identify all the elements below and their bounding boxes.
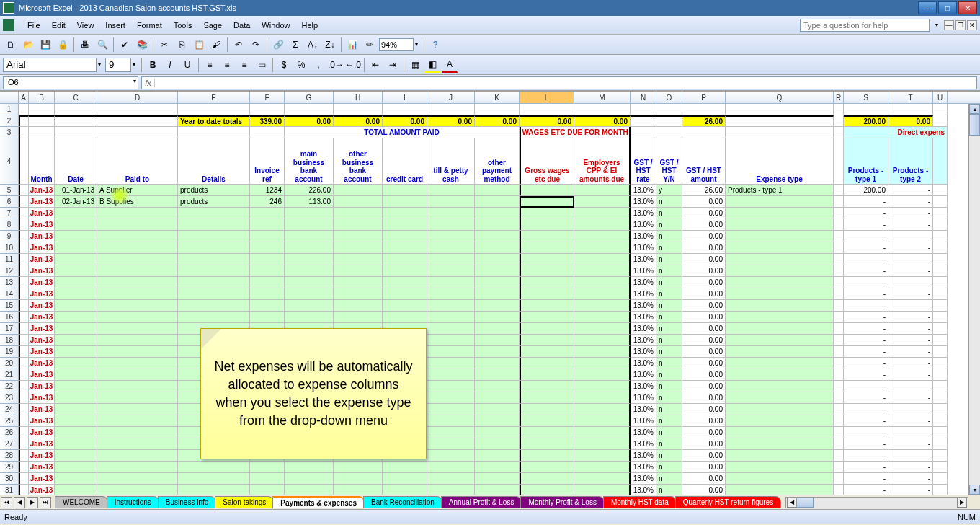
cell-gstamt[interactable]: 0.00 <box>682 381 726 392</box>
cell-gstamt[interactable]: 0.00 <box>682 242 726 254</box>
cell[interactable] <box>834 438 844 450</box>
cell[interactable] <box>19 312 29 323</box>
cell-gstyn[interactable]: n <box>656 196 682 208</box>
cell-gstrate[interactable]: 13.0% <box>631 335 656 346</box>
cell-month[interactable]: Jan-13 <box>29 185 55 196</box>
cell[interactable] <box>19 104 29 115</box>
sort-asc-icon[interactable]: A↓ <box>305 37 321 53</box>
cell-exptype[interactable] <box>726 219 834 231</box>
cell-cppei[interactable] <box>574 392 631 404</box>
cell-mainbank[interactable] <box>285 242 334 254</box>
cell-till[interactable] <box>427 369 475 381</box>
cell-paidto[interactable] <box>97 462 178 473</box>
ytd-g[interactable]: 0.00 <box>285 115 334 127</box>
cell-till[interactable] <box>427 265 475 277</box>
cell-date[interactable] <box>55 450 97 462</box>
cell-exptype[interactable] <box>726 438 834 450</box>
cell[interactable] <box>574 104 631 115</box>
cell-exptype[interactable] <box>726 358 834 369</box>
cell-date[interactable]: 01-Jan-13 <box>55 185 97 196</box>
cell-cppei[interactable] <box>574 473 631 485</box>
merge-icon[interactable]: ▭ <box>254 57 270 73</box>
cell-cppei[interactable] <box>574 254 631 265</box>
cell-otherbank[interactable] <box>334 462 383 473</box>
cell[interactable] <box>834 277 844 288</box>
row-header[interactable]: 18 <box>0 335 19 346</box>
col-header-H[interactable]: H <box>334 92 383 103</box>
hdr-J[interactable]: till & petty cash <box>427 138 475 185</box>
comma-icon[interactable]: , <box>311 57 326 73</box>
row-header[interactable]: 1 <box>0 104 19 115</box>
cell-invref[interactable] <box>250 300 285 312</box>
cell-exptype[interactable] <box>726 312 834 323</box>
cell-till[interactable] <box>427 219 475 231</box>
cell-exptype[interactable] <box>726 208 834 219</box>
cell[interactable] <box>631 115 656 127</box>
cell-prod2[interactable]: - <box>888 231 933 242</box>
cell-exptype[interactable] <box>726 335 834 346</box>
cell-till[interactable] <box>427 473 475 485</box>
row-header[interactable]: 5 <box>0 185 19 196</box>
menu-insert[interactable]: Insert <box>99 19 131 32</box>
cell-till[interactable] <box>427 242 475 254</box>
cell[interactable] <box>19 138 29 185</box>
row-header[interactable]: 29 <box>0 462 19 473</box>
cell-month[interactable]: Jan-13 <box>29 288 55 300</box>
cell-month[interactable]: Jan-13 <box>29 242 55 254</box>
cell[interactable] <box>834 104 844 115</box>
cell-details[interactable] <box>178 219 250 231</box>
tab-nav-last-icon[interactable]: ⏭ <box>40 497 51 508</box>
cell[interactable] <box>834 185 844 196</box>
cell-till[interactable] <box>427 450 475 462</box>
cell-gstrate[interactable]: 13.0% <box>631 265 656 277</box>
cell-otherbank[interactable] <box>334 185 383 196</box>
zoom-dropdown-icon[interactable]: ▾ <box>415 41 421 48</box>
cell-gstrate[interactable]: 13.0% <box>631 450 656 462</box>
cell-otherbank[interactable] <box>334 196 383 208</box>
cell[interactable] <box>834 219 844 231</box>
cell-gstamt[interactable]: 0.00 <box>682 427 726 438</box>
cell-prod1[interactable]: - <box>844 438 888 450</box>
cell-otherbank[interactable] <box>334 231 383 242</box>
cell-grosswages[interactable] <box>520 208 574 219</box>
cell-grosswages[interactable] <box>520 462 574 473</box>
cell-paidto[interactable] <box>97 265 178 277</box>
cell-prod1[interactable]: - <box>844 277 888 288</box>
cell-cppei[interactable] <box>574 300 631 312</box>
cell-credit[interactable] <box>383 277 427 288</box>
hdr-L[interactable]: Gross wages etc due <box>520 138 574 185</box>
cell-month[interactable]: Jan-13 <box>29 335 55 346</box>
row-header[interactable]: 13 <box>0 277 19 288</box>
cell-gstyn[interactable]: n <box>656 300 682 312</box>
cell[interactable] <box>933 473 948 485</box>
hdr-N[interactable]: GST / HST rate <box>631 138 656 185</box>
row-header[interactable]: 2 <box>0 115 19 127</box>
cell-credit[interactable] <box>383 242 427 254</box>
cell-invref[interactable] <box>250 312 285 323</box>
cell-gstamt[interactable]: 26.00 <box>682 185 726 196</box>
ytd-label[interactable]: Year to date totals <box>178 115 250 127</box>
cell-gstrate[interactable]: 13.0% <box>631 231 656 242</box>
cell-prod2[interactable]: - <box>888 473 933 485</box>
open-icon[interactable]: 📂 <box>20 37 36 53</box>
name-box[interactable]: O6▾ <box>3 76 138 89</box>
cell-prod1[interactable]: - <box>844 265 888 277</box>
cell-otherpay[interactable] <box>475 231 520 242</box>
cell-otherbank[interactable] <box>334 208 383 219</box>
cell[interactable] <box>19 381 29 392</box>
row-header[interactable]: 17 <box>0 323 19 335</box>
cell-gstrate[interactable]: 13.0% <box>631 288 656 300</box>
cell-otherbank[interactable] <box>334 277 383 288</box>
cell-prod1[interactable]: - <box>844 427 888 438</box>
cell-details[interactable]: products <box>178 185 250 196</box>
cell[interactable] <box>19 288 29 300</box>
cell-month[interactable]: Jan-13 <box>29 346 55 358</box>
cell[interactable] <box>834 208 844 219</box>
cell[interactable] <box>97 127 178 138</box>
cell-gstamt[interactable]: 0.00 <box>682 462 726 473</box>
cell[interactable] <box>933 254 948 265</box>
cell[interactable] <box>933 358 948 369</box>
cell-paidto[interactable] <box>97 404 178 415</box>
cell-exptype[interactable] <box>726 254 834 265</box>
cell-prod1[interactable]: - <box>844 208 888 219</box>
